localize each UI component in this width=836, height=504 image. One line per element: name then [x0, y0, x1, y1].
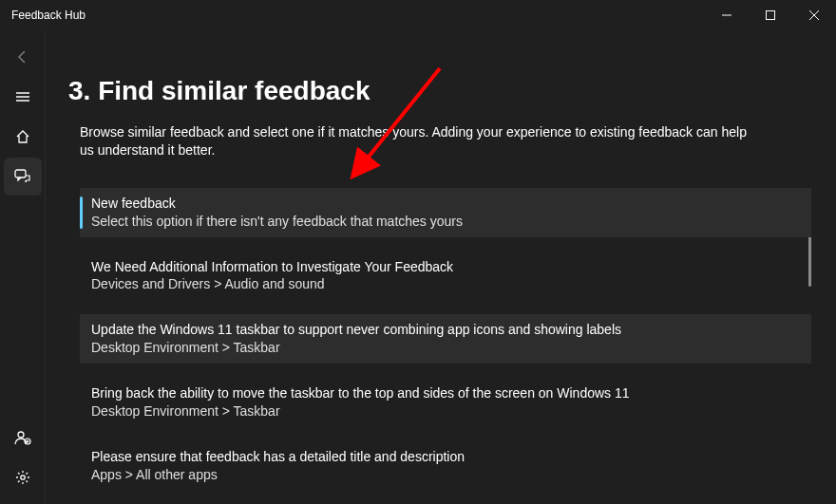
page-description: Browse similar feedback and select one i… — [68, 123, 752, 159]
list-gap — [80, 427, 811, 441]
list-item-subtitle: Desktop Environment > Taskbar — [91, 402, 800, 420]
content-area: 3. Find similar feedback Browse similar … — [46, 30, 836, 504]
feedback-list: New feedback Select this option if there… — [80, 188, 811, 504]
list-gap — [80, 300, 811, 314]
list-item-title: We Need Additional Information to Invest… — [91, 258, 800, 276]
settings-button[interactable] — [4, 458, 42, 496]
svg-point-8 — [18, 432, 24, 438]
list-item[interactable]: Bring back the ability to move the taskb… — [80, 378, 811, 427]
svg-point-12 — [20, 476, 24, 479]
menu-button[interactable] — [4, 78, 42, 116]
list-gap — [80, 491, 811, 504]
list-item-title: New feedback — [91, 195, 800, 213]
window-title: Feedback Hub — [0, 9, 86, 22]
list-item-subtitle: Select this option if there isn't any fe… — [91, 213, 800, 231]
maximize-button[interactable] — [749, 0, 792, 30]
list-item-title: Please ensure that feedback has a detail… — [91, 448, 800, 466]
list-item-title: Update the Windows 11 taskbar to support… — [91, 321, 800, 339]
svg-rect-1 — [767, 11, 775, 20]
list-gap — [80, 237, 811, 252]
list-item-new-feedback[interactable]: New feedback Select this option if there… — [80, 188, 811, 237]
list-item[interactable]: We Need Additional Information to Invest… — [80, 252, 811, 301]
title-bar: Feedback Hub — [0, 0, 836, 30]
list-item-subtitle: Apps > All other apps — [91, 466, 800, 484]
list-item-subtitle: Devices and Drivers > Audio and sound — [91, 275, 800, 293]
list-item[interactable]: Update the Windows 11 taskbar to support… — [80, 314, 811, 364]
feedback-button[interactable] — [4, 158, 42, 196]
home-button[interactable] — [4, 118, 42, 156]
account-button[interactable] — [4, 419, 42, 457]
list-item-title: Bring back the ability to move the taskb… — [91, 384, 800, 402]
list-item-subtitle: Desktop Environment > Taskbar — [91, 339, 800, 357]
page-title: 3. Find similar feedback — [68, 76, 825, 106]
back-button[interactable] — [4, 38, 42, 76]
list-gap — [80, 364, 811, 378]
minimize-button[interactable] — [705, 0, 749, 30]
sidebar — [0, 30, 46, 504]
close-button[interactable] — [792, 0, 836, 30]
svg-rect-7 — [15, 170, 26, 177]
list-item[interactable]: Please ensure that feedback has a detail… — [80, 441, 811, 491]
